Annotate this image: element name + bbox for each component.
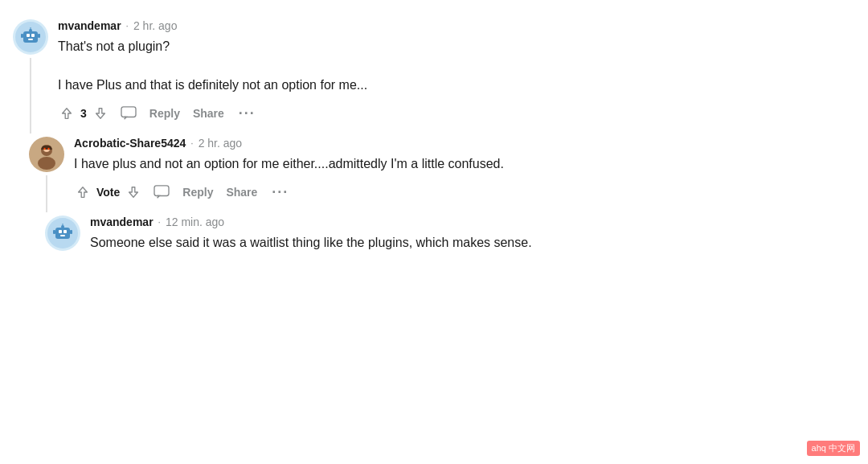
comment-body: That's not a plugin? I have Plus and tha… [58,37,855,95]
svg-rect-18 [55,228,70,239]
reply-button[interactable]: Reply [148,104,182,123]
svg-rect-4 [28,39,33,40]
nested-comment-group: Acrobatic-Share5424 · 2 hr. ago I have p… [29,137,855,270]
thread-line [46,175,47,212]
svg-rect-8 [38,34,40,38]
svg-rect-6 [31,27,31,30]
comment-left-col [45,216,80,270]
svg-rect-7 [21,34,23,38]
comment-item: mvandemar · 12 min. ago Someone else sai… [45,216,855,270]
comment-icon [121,106,137,121]
svg-rect-19 [59,230,62,233]
comment-left-col [13,19,48,133]
comment-icon-button[interactable] [119,103,138,124]
svg-rect-20 [63,230,67,233]
svg-rect-21 [60,235,65,236]
comment-left-col [29,137,64,212]
avatar-image [31,139,62,170]
comment-actions: Vote Reply Share [74,182,855,203]
thread-line [30,58,31,133]
svg-rect-24 [53,230,55,234]
comment-body: I have plus and not an option for me eit… [74,154,855,174]
username: Acrobatic-Share5424 [74,137,186,150]
timestamp: 12 min. ago [166,216,224,228]
svg-point-12 [38,157,55,170]
username: mvandemar [58,19,121,32]
comment-line-1: That's not a plugin? [58,37,855,56]
upvote-icon [76,185,90,199]
timestamp: 2 hr. ago [199,137,243,150]
comment-header: mvandemar · 12 min. ago [90,216,855,228]
comment-header: mvandemar · 2 hr. ago [58,19,855,32]
comment-header: Acrobatic-Share5424 · 2 hr. ago [74,137,855,150]
vote-count: 3 [80,107,87,120]
svg-rect-3 [31,34,35,37]
svg-rect-16 [154,186,169,196]
svg-rect-2 [27,34,30,37]
avatar-image [47,218,78,248]
avatar [13,19,48,55]
username: mvandemar [90,216,154,228]
avatar [45,216,80,251]
reply-button[interactable]: Reply [181,183,215,202]
comment-body: Someone else said it was a waitlist thin… [90,233,855,253]
more-options-button[interactable]: ··· [235,105,259,122]
svg-rect-25 [70,230,72,234]
upvote-button[interactable] [58,103,76,124]
nested-comment-level2: mvandemar · 12 min. ago Someone else sai… [45,216,855,270]
downvote-icon [93,106,108,121]
avatar-image [15,22,46,52]
upvote-button[interactable] [74,182,92,203]
share-button[interactable]: Share [191,104,226,123]
upvote-icon [59,106,74,121]
comment-item: Acrobatic-Share5424 · 2 hr. ago I have p… [29,137,855,212]
comment-content: Acrobatic-Share5424 · 2 hr. ago I have p… [74,137,855,212]
comment-content: mvandemar · 2 hr. ago That's not a plugi… [58,19,855,133]
comment-line-2: I have Plus and that is definitely not a… [58,76,855,95]
avatar [29,137,64,172]
separator-dot: · [158,216,161,228]
svg-rect-9 [121,107,136,117]
svg-point-14 [43,148,45,150]
separator-dot: · [126,20,129,31]
comment-icon-button[interactable] [152,182,171,203]
separator-dot: · [190,138,193,149]
downvote-icon [126,185,141,199]
comment-thread: mvandemar · 2 hr. ago That's not a plugi… [0,13,868,280]
vote-area: 3 [58,103,109,124]
vote-label: Vote [96,186,120,199]
svg-rect-1 [23,31,38,43]
timestamp: 2 hr. ago [133,19,178,32]
svg-point-15 [47,148,49,150]
comment-item: mvandemar · 2 hr. ago That's not a plugi… [13,19,855,133]
comment-icon [154,185,170,199]
svg-rect-23 [63,224,63,226]
comment-actions: 3 Reply Share ··· [58,103,855,124]
share-button[interactable]: Share [224,183,259,202]
comment-content: mvandemar · 12 min. ago Someone else sai… [90,216,855,270]
more-options-button[interactable]: ··· [268,184,292,201]
vote-area: Vote [74,182,142,203]
downvote-button[interactable] [92,103,109,124]
downvote-button[interactable] [125,182,142,203]
